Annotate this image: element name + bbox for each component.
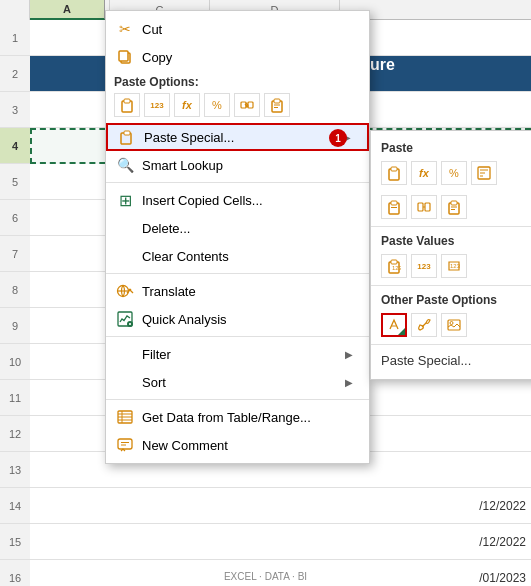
paste-options-section: Paste Options: 123 fx % xyxy=(106,71,369,123)
menu-item-smart-lookup[interactable]: 🔍 Smart Lookup xyxy=(106,151,369,179)
menu-label-sort: Sort xyxy=(142,375,345,390)
menu-divider-3 xyxy=(106,336,369,337)
paste-selected-indicator xyxy=(398,328,405,335)
svg-rect-23 xyxy=(118,439,132,449)
paste-icons-row: 123 fx % xyxy=(114,93,361,117)
svg-text:123: 123 xyxy=(392,265,401,271)
submenu-divider-3 xyxy=(371,344,531,345)
menu-label-filter: Filter xyxy=(142,347,345,362)
submenu-other-icon-1-selected[interactable] xyxy=(381,313,407,337)
menu-divider-1 xyxy=(106,182,369,183)
menu-item-sort[interactable]: Sort ▶ xyxy=(106,368,369,396)
sort-arrow: ▶ xyxy=(345,377,353,388)
svg-text:123: 123 xyxy=(450,263,461,269)
submenu-paste-icon-6[interactable] xyxy=(411,195,437,219)
menu-item-insert-copied[interactable]: ⊞ Insert Copied Cells... xyxy=(106,186,369,214)
insert-copied-icon: ⊞ xyxy=(114,190,136,210)
row-num-2: 2 xyxy=(0,56,30,92)
submenu-paste-label: Paste xyxy=(371,137,531,157)
svg-rect-40 xyxy=(391,260,397,264)
menu-item-filter[interactable]: Filter ▶ xyxy=(106,340,369,368)
delete-icon xyxy=(114,218,136,238)
menu-divider-2 xyxy=(106,273,369,274)
filter-icon xyxy=(114,344,136,364)
menu-item-clear-contents[interactable]: Clear Contents xyxy=(106,242,369,270)
submenu-other-icons xyxy=(371,309,531,341)
row-num-9: 9 xyxy=(0,308,30,344)
paste-special-submenu: Paste fx % xyxy=(370,130,531,380)
submenu-paste-icon-7[interactable] xyxy=(441,195,467,219)
menu-label-insert-copied: Insert Copied Cells... xyxy=(142,193,353,208)
row-numbers: 1 2 3 4 5 6 7 8 9 10 11 12 13 14 15 16 xyxy=(0,20,30,586)
submenu-other-label: Other Paste Options xyxy=(371,289,531,309)
get-data-icon xyxy=(114,407,136,427)
date-cell-14: /12/2022 xyxy=(479,499,526,513)
submenu-val-icon-1[interactable]: 123 xyxy=(381,254,407,278)
submenu-paste-special-label: Paste Special... xyxy=(381,353,471,368)
svg-rect-11 xyxy=(124,131,130,135)
submenu-paste-icon-4[interactable] xyxy=(471,161,497,185)
paste-icon-formula[interactable]: fx xyxy=(174,93,200,117)
submenu-paste-values-icons: 123 123 123 xyxy=(371,250,531,282)
submenu-val-icon-3[interactable]: 123 xyxy=(441,254,467,278)
row-num-15: 15 xyxy=(0,524,30,560)
svg-rect-5 xyxy=(248,102,253,108)
row-num-6: 6 xyxy=(0,200,30,236)
menu-item-paste-special[interactable]: Paste Special... ▶ 1 xyxy=(106,123,369,151)
submenu-paste-special-item[interactable]: Paste Special... 2 xyxy=(371,348,531,373)
submenu-paste-icon-1[interactable] xyxy=(381,161,407,185)
corner-header xyxy=(0,0,30,20)
menu-label-quick-analysis: Quick Analysis xyxy=(142,312,353,327)
context-menu: ✂ Cut Copy Paste Options: 123 xyxy=(105,10,370,464)
svg-rect-7 xyxy=(274,99,280,103)
submenu-divider-1 xyxy=(371,226,531,227)
row-num-5: 5 xyxy=(0,164,30,200)
submenu-val-icon-2[interactable]: 123 xyxy=(411,254,437,278)
svg-point-45 xyxy=(450,322,453,325)
menu-item-delete[interactable]: Delete... xyxy=(106,214,369,242)
watermark: EXCEL · DATA · BI xyxy=(224,571,307,582)
menu-item-translate[interactable]: Translate xyxy=(106,277,369,305)
smart-lookup-icon: 🔍 xyxy=(114,155,136,175)
row-num-1: 1 xyxy=(0,20,30,56)
paste-icon-percent[interactable]: % xyxy=(204,93,230,117)
menu-item-copy[interactable]: Copy xyxy=(106,43,369,71)
menu-item-cut[interactable]: ✂ Cut xyxy=(106,15,369,43)
menu-label-translate: Translate xyxy=(142,284,353,299)
paste-icon-clipboard[interactable] xyxy=(114,93,140,117)
translate-icon xyxy=(114,281,136,301)
svg-rect-3 xyxy=(124,99,130,103)
sort-icon xyxy=(114,372,136,392)
menu-label-delete: Delete... xyxy=(142,221,353,236)
menu-label-clear-contents: Clear Contents xyxy=(142,249,353,264)
submenu-paste-values-label: Paste Values xyxy=(371,230,531,250)
menu-item-quick-analysis[interactable]: Quick Analysis xyxy=(106,305,369,333)
paste-icon-link[interactable] xyxy=(234,93,260,117)
menu-item-get-data[interactable]: Get Data from Table/Range... xyxy=(106,403,369,431)
clear-contents-icon xyxy=(114,246,136,266)
row-num-12: 12 xyxy=(0,416,30,452)
submenu-paste-icons-row: fx % xyxy=(371,157,531,189)
paste-icon-values[interactable]: 123 xyxy=(144,93,170,117)
row-num-10: 10 xyxy=(0,344,30,380)
svg-rect-32 xyxy=(418,203,423,211)
submenu-paste-icon-2[interactable]: fx xyxy=(411,161,437,185)
submenu-paste-icon-3[interactable]: % xyxy=(441,161,467,185)
cut-icon: ✂ xyxy=(114,19,136,39)
submenu-paste-icon-5[interactable] xyxy=(381,195,407,219)
submenu-other-icon-3[interactable] xyxy=(441,313,467,337)
paste-icon-clipboard2[interactable] xyxy=(264,93,290,117)
date-cell-15: /12/2022 xyxy=(479,535,526,549)
menu-label-copy: Copy xyxy=(142,50,353,65)
new-comment-icon xyxy=(114,435,136,455)
menu-label-new-comment: New Comment xyxy=(142,438,353,453)
svg-rect-33 xyxy=(425,203,430,211)
quick-analysis-icon xyxy=(114,309,136,329)
menu-item-new-comment[interactable]: New Comment xyxy=(106,431,369,459)
menu-label-paste-special: Paste Special... xyxy=(144,130,343,145)
date-cell-16: /01/2023 xyxy=(479,571,526,585)
row-num-11: 11 xyxy=(0,380,30,416)
row-num-13: 13 xyxy=(0,452,30,488)
submenu-other-icon-2[interactable] xyxy=(411,313,437,337)
copy-icon xyxy=(114,47,136,67)
